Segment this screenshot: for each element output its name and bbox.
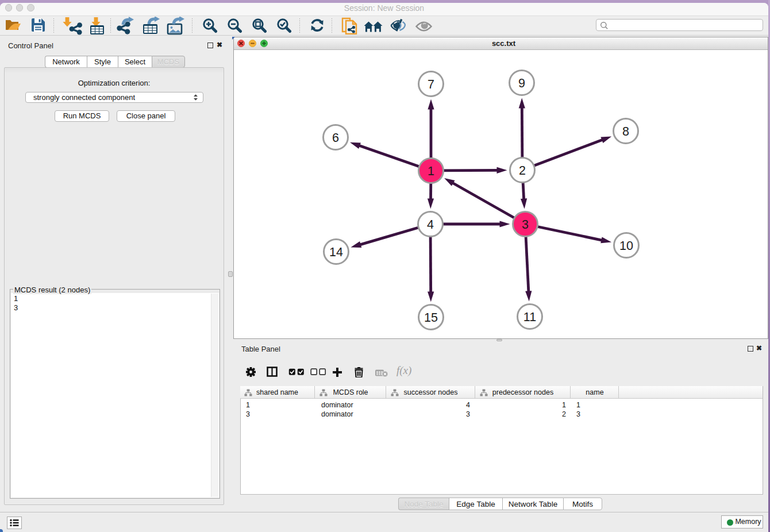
svg-text:4: 4 [427,218,434,232]
svg-text:14: 14 [329,245,343,259]
svg-text:8: 8 [622,125,629,138]
svg-text:2: 2 [519,164,526,178]
svg-text:7: 7 [428,78,434,91]
svg-text:9: 9 [518,76,525,90]
svg-text:10: 10 [619,239,633,253]
svg-text:3: 3 [522,218,529,232]
svg-text:15: 15 [424,311,438,325]
svg-text:6: 6 [332,131,339,145]
svg-text:11: 11 [523,310,536,324]
svg-text:1: 1 [428,164,434,178]
